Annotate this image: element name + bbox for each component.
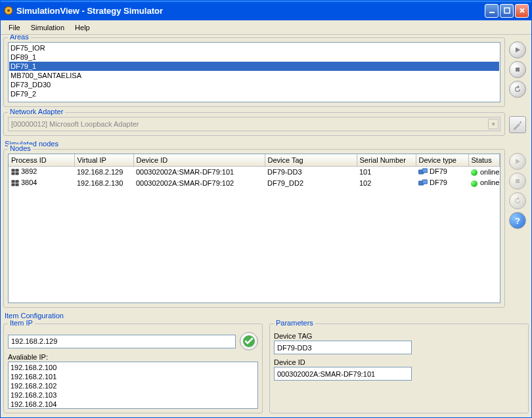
parameters-title: Parameters [274,319,315,327]
svg-rect-7 [16,169,18,171]
item-ip-apply-button[interactable] [240,332,258,350]
nodes-table-head: Process ID Virtual IP Device ID Device T… [9,154,500,166]
nodes-stop-button[interactable] [509,173,526,190]
svg-rect-6 [12,173,14,175]
minimize-button[interactable] [485,4,499,18]
chevron-down-icon: ▾ [488,119,499,129]
areas-play-button[interactable] [509,41,526,58]
network-adapter-value: [00000012] Microsoft Loopback Adapter [11,120,139,128]
menu-file[interactable]: File [3,22,26,33]
svg-rect-4 [516,68,520,72]
svg-rect-16 [422,180,428,184]
svg-point-1 [7,9,10,12]
close-button[interactable] [515,4,529,18]
areas-list-item[interactable]: DF89_1 [9,52,499,62]
table-row[interactable]: 3804192.168.2.130000302002A:SMAR-DF79:10… [9,177,500,188]
col-process-id[interactable]: Process ID [9,154,74,166]
svg-rect-14 [16,184,18,186]
device-type-icon [418,168,428,176]
device-id-label: Device ID [274,358,524,366]
parameters-group: Parameters Device TAG Device ID [269,324,529,413]
nodes-table-wrap: Process ID Virtual IP Device ID Device T… [8,154,500,303]
menu-help[interactable]: Help [70,22,95,33]
network-settings-button[interactable] [509,116,526,133]
col-virtual-ip[interactable]: Virtual IP [74,154,133,166]
col-serial[interactable]: Serial Number [357,154,416,166]
areas-list-item[interactable]: DF73_DD30 [9,80,499,89]
nodes-table-body: 3892192.168.2.129000302002A:SMAR-DF79:10… [9,166,500,188]
col-device-type[interactable]: Device type [416,154,468,166]
svg-rect-5 [12,169,14,171]
simulated-nodes-label: Simulated nodes [3,137,529,148]
svg-rect-3 [504,8,510,13]
available-ip-item[interactable]: 192.168.2.103 [9,390,257,400]
table-row[interactable]: 3892192.168.2.129000302002A:SMAR-DF79:10… [9,166,500,177]
available-ip-item[interactable]: 192.168.2.100 [9,363,257,372]
nodes-play-button[interactable] [509,153,526,170]
areas-title: Areas [8,35,31,41]
available-ip-item[interactable]: 192.168.2.101 [9,372,257,381]
nodes-table[interactable]: Process ID Virtual IP Device ID Device T… [9,154,500,188]
content: Areas DF75_IORDF89_1DF79_1MB700_SANTAELI… [1,35,531,417]
nodes-group: Nodes Process ID Virtual IP Device ID [3,149,505,308]
device-tag-label: Device TAG [274,332,524,340]
window-title: SimulationView - Strategy Simulator [16,6,485,16]
item-ip-group: Item IP Avaliable IP: 192.168.2.100192.1… [3,324,263,413]
areas-refresh-button[interactable] [509,81,526,98]
svg-rect-8 [16,173,18,175]
process-icon [11,168,19,176]
col-device-tag[interactable]: Device Tag [265,154,357,166]
svg-rect-13 [16,180,18,182]
status-online-icon [471,180,477,187]
menubar: File Simulation Help [1,20,531,35]
svg-rect-17 [516,179,520,183]
nodes-side-buttons: ? [509,148,529,309]
device-id-input[interactable] [274,367,412,381]
areas-stop-button[interactable] [509,61,526,78]
areas-group: Areas DF75_IORDF89_1DF79_1MB700_SANTAELI… [3,37,505,107]
nodes-refresh-button[interactable] [509,192,526,209]
item-configuration-label: Item Configuration [3,309,529,320]
item-ip-input[interactable] [8,335,236,348]
available-ip-label: Avaliable IP: [8,353,258,361]
areas-list-item[interactable]: MB700_SANTAELISA [9,71,499,80]
process-icon [11,179,19,187]
col-device-id[interactable]: Device ID [133,154,265,166]
device-tag-input[interactable] [274,341,412,354]
svg-rect-2 [489,12,495,13]
maximize-button[interactable] [500,4,514,18]
col-status[interactable]: Status [468,154,500,166]
titlebar: SimulationView - Strategy Simulator [1,1,531,20]
svg-rect-10 [422,169,428,173]
app-icon [3,5,14,16]
menu-simulation[interactable]: Simulation [26,22,70,33]
svg-rect-12 [12,184,14,186]
areas-list-item[interactable]: DF79_2 [9,89,499,98]
areas-list-item[interactable]: DF75_IOR [9,43,499,52]
network-adapter-title: Network Adapter [8,108,65,115]
nodes-title: Nodes [8,144,33,152]
areas-list-item[interactable]: DF79_1 [9,62,499,71]
item-ip-title: Item IP [8,319,35,327]
status-online-icon [471,169,477,176]
areas-listbox[interactable]: DF75_IORDF89_1DF79_1MB700_SANTAELISADF73… [8,42,500,102]
svg-rect-11 [12,180,14,182]
network-adapter-combo[interactable]: [00000012] Microsoft Loopback Adapter ▾ [8,117,500,131]
available-ip-item[interactable]: 192.168.2.102 [9,381,257,390]
available-ip-item[interactable]: 192.168.2.104 [9,400,257,409]
app-window: SimulationView - Strategy Simulator File… [0,0,532,418]
window-buttons [485,4,529,18]
device-type-icon [418,179,428,187]
nodes-help-button[interactable]: ? [509,212,526,229]
network-adapter-group: Network Adapter [00000012] Microsoft Loo… [3,112,505,136]
areas-side-buttons [509,36,529,108]
available-ip-listbox[interactable]: 192.168.2.100192.168.2.101192.168.2.1021… [8,362,258,409]
